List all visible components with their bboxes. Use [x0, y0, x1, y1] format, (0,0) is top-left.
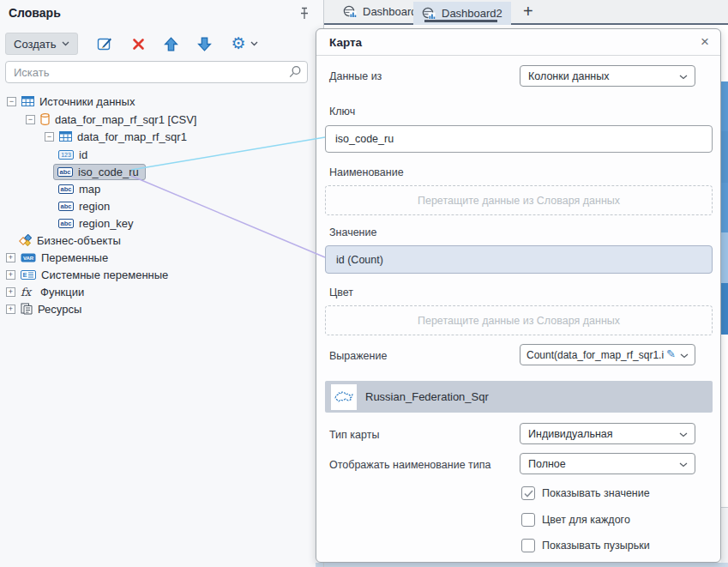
- expression-combo[interactable]: Count(data_for_map_rf_sqr1.i ✎: [520, 344, 695, 365]
- collapse-icon[interactable]: −: [45, 132, 54, 142]
- numeric-field-icon: 123: [58, 150, 74, 160]
- data-from-label: Данные из: [329, 70, 382, 82]
- map-settings-dialog: Карта × Данные из Колонки данных Ключ На…: [316, 28, 721, 563]
- tree-item-label: data_for_map_rf_sqr1 [CSV]: [55, 113, 196, 126]
- edit-button[interactable]: [97, 36, 113, 51]
- search-input[interactable]: [5, 61, 308, 83]
- business-objects-icon: [19, 234, 32, 246]
- checkbox-label: Показывать пузырьки: [542, 540, 650, 552]
- resources-icon: [21, 303, 33, 315]
- map-type-select[interactable]: Индивидуальная: [520, 423, 695, 444]
- settings-button[interactable]: ⚙: [231, 36, 258, 51]
- dialog-header: Карта ×: [316, 29, 720, 56]
- map-strip-segment: [721, 81, 728, 131]
- tree-item-label: Бизнес-объекты: [37, 234, 121, 247]
- color-label: Цвет: [329, 287, 353, 299]
- checkbox-checked[interactable]: [521, 486, 535, 500]
- tree-item-resources[interactable]: + Ресурсы: [6, 300, 81, 317]
- drop-zone-placeholder: Перетащите данные из Словаря данных: [418, 195, 620, 207]
- russia-outline-icon: [334, 390, 354, 404]
- tree-item-variables[interactable]: + VAR Переменные: [6, 249, 108, 266]
- create-button-label: Создать: [14, 38, 56, 51]
- checkbox-unchecked[interactable]: [521, 539, 535, 552]
- function-icon: fx: [21, 286, 35, 299]
- dashboard-tabbar: Dashboard1 Dashboard2 +: [324, 0, 728, 25]
- tree-item-field-iso-code-ru-selected[interactable]: abc iso_code_ru: [53, 163, 146, 180]
- map-strip-segment: [721, 183, 728, 232]
- tree-item-label: iso_code_ru: [78, 166, 139, 178]
- tree-item-label: Источники данных: [39, 95, 135, 108]
- tree-item-field-region[interactable]: abc region: [58, 197, 110, 214]
- value-chip[interactable]: id (Count): [325, 245, 713, 274]
- expand-icon[interactable]: +: [6, 253, 15, 262]
- map-file-row[interactable]: Russian_Federation_Sqr: [325, 381, 713, 413]
- type-display-select[interactable]: Полное: [520, 453, 695, 474]
- map-type-value: Индивидуальная: [528, 428, 613, 440]
- tree-item-business-objects[interactable]: Бизнес-объекты: [19, 232, 121, 249]
- tree-item-label: region_key: [79, 217, 134, 230]
- map-strip-segment: [721, 232, 728, 283]
- table-icon: [21, 96, 34, 106]
- tree-item-field-region-key[interactable]: abc region_key: [58, 214, 134, 232]
- search-icon[interactable]: [288, 65, 302, 79]
- tree-item-label: id: [79, 148, 87, 161]
- map-strip-segment: [721, 131, 728, 183]
- tree-item-data-sources[interactable]: − Источники данных: [7, 93, 135, 110]
- key-label: Ключ: [329, 106, 355, 118]
- expand-icon[interactable]: +: [6, 270, 15, 280]
- tree-item-system-variables[interactable]: + E Системные переменные: [6, 266, 168, 283]
- chevron-down-icon: [679, 432, 688, 437]
- drop-zone-placeholder: Перетащите данные из Словаря данных: [418, 315, 620, 327]
- move-up-button[interactable]: [164, 37, 178, 51]
- svg-text:123: 123: [61, 152, 71, 158]
- map-thumbnail: [331, 384, 357, 410]
- tree-item-functions[interactable]: + fx Функции: [6, 283, 84, 300]
- collapse-icon[interactable]: −: [26, 115, 35, 124]
- collapse-icon[interactable]: −: [7, 97, 16, 106]
- delete-button[interactable]: [132, 38, 145, 51]
- pencil-icon[interactable]: ✎: [666, 347, 676, 360]
- variables-icon: VAR: [21, 253, 36, 262]
- dashboard-under-bottom: [316, 563, 728, 567]
- tree-item-label: region: [79, 200, 110, 213]
- pin-icon[interactable]: [298, 7, 310, 20]
- add-tab-button[interactable]: +: [523, 2, 533, 21]
- search-field: [5, 61, 308, 83]
- tree-item-table[interactable]: − data_for_map_rf_sqr1: [45, 128, 187, 145]
- chevron-down-icon: [250, 41, 258, 46]
- name-drop-zone[interactable]: Перетащите данные из Словаря данных: [325, 185, 713, 215]
- dialog-title: Карта: [329, 36, 362, 49]
- name-label: Наименование: [329, 166, 404, 178]
- tree-item-label: map: [79, 183, 100, 196]
- create-button[interactable]: Создать: [5, 33, 78, 55]
- value-label: Значение: [329, 226, 376, 238]
- svg-text:abc: abc: [61, 185, 72, 193]
- expression-value: Count(data_for_map_rf_sqr1.i: [526, 349, 664, 361]
- expand-icon[interactable]: +: [6, 305, 15, 314]
- text-field-icon: abc: [58, 219, 74, 228]
- move-down-button[interactable]: [197, 37, 212, 51]
- map-strip-segment: [721, 283, 728, 335]
- selected-tree-chip[interactable]: abc iso_code_ru: [53, 164, 146, 180]
- data-from-select[interactable]: Колонки данных: [520, 65, 695, 87]
- dictionary-panel: Словарь Создать: [0, 0, 323, 567]
- close-icon[interactable]: ×: [701, 33, 709, 51]
- color-drop-zone[interactable]: Перетащите данные из Словаря данных: [325, 305, 713, 335]
- dictionary-toolbar: Создать: [5, 33, 258, 55]
- tree-item-csv-source[interactable]: − data_for_map_rf_sqr1 [CSV]: [26, 111, 196, 128]
- map-type-label: Тип карты: [329, 429, 379, 441]
- dashboard-icon: [343, 5, 357, 18]
- panel-title: Словарь: [9, 6, 61, 20]
- chevron-down-icon: [679, 462, 688, 467]
- key-input[interactable]: [325, 125, 713, 153]
- svg-text:abc: abc: [61, 202, 72, 210]
- svg-text:abc: abc: [60, 168, 71, 176]
- tree-item-field-map[interactable]: abc map: [58, 180, 100, 197]
- system-variables-icon: E: [21, 270, 36, 280]
- svg-text:VAR: VAR: [23, 256, 34, 261]
- tree-item-field-id[interactable]: 123 id: [58, 146, 87, 163]
- expand-icon[interactable]: +: [6, 287, 15, 297]
- app-window: Словарь Создать: [0, 0, 728, 567]
- chevron-down-icon: [679, 75, 688, 80]
- checkbox-unchecked[interactable]: [521, 513, 535, 527]
